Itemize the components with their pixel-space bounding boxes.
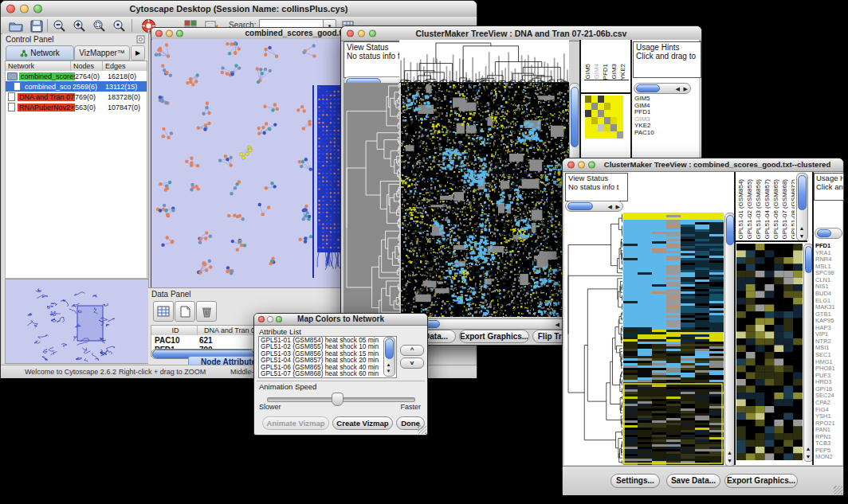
status-hint-zoom: Right-click + drag to ZOOM: [119, 368, 206, 376]
treeview2-titlebar[interactable]: ClusterMaker TreeView : combined_scores_…: [563, 158, 843, 172]
close-button[interactable]: [155, 30, 163, 37]
zoom-selected-icon: [92, 19, 107, 33]
open-session-button[interactable]: [6, 18, 25, 33]
close-button[interactable]: [258, 316, 265, 322]
new-attribute-button[interactable]: [175, 301, 195, 322]
attribute-list-scrollbar[interactable]: ▲ ▼: [383, 337, 395, 377]
zoom-button[interactable]: [176, 30, 183, 37]
export-graphics-button[interactable]: Export Graphics...: [459, 330, 529, 343]
close-button[interactable]: [567, 162, 575, 169]
arrow-down-icon[interactable]: ▼: [387, 369, 391, 373]
dialog-titlebar[interactable]: Map Colors to Network: [254, 314, 427, 326]
zoom-button[interactable]: [369, 30, 376, 37]
close-button[interactable]: [6, 5, 15, 14]
main-heatmap[interactable]: [401, 83, 569, 317]
tab-overflow-button[interactable]: ▶: [131, 45, 145, 61]
create-vizmap-button[interactable]: Create Vizmap: [332, 416, 393, 430]
attribute-item[interactable]: GPL51-07 (GSM868) heat shock 60 min: [259, 370, 396, 377]
main-titlebar[interactable]: Cytoscape Desktop (Session Name: collins…: [1, 1, 477, 18]
arrow-up-icon[interactable]: ▲: [799, 225, 805, 231]
array-label: GPL51-01 (GSM854): [737, 179, 744, 240]
scrollbar-thumb[interactable]: [726, 215, 734, 245]
scrollbar-thumb[interactable]: [817, 229, 831, 237]
arrow-down-icon[interactable]: ▼: [799, 233, 805, 239]
usage-scrollbar[interactable]: [815, 228, 842, 239]
resize-grip[interactable]: [418, 425, 426, 434]
move-up-button[interactable]: ^: [400, 345, 424, 356]
network-tab-icon: [20, 49, 28, 57]
top-dendrogram[interactable]: [399, 40, 569, 83]
network-overview-panel[interactable]: [5, 279, 149, 364]
treeview1-title: ClusterMaker TreeView : DNA and Tran 07-…: [341, 26, 701, 41]
zoom-heatmap[interactable]: [736, 244, 803, 460]
scrollbar-thumb[interactable]: [567, 202, 593, 210]
arrow-down-icon[interactable]: ▼: [806, 454, 811, 459]
zoom-in-button[interactable]: [70, 18, 88, 33]
zoom-out-button[interactable]: [50, 18, 69, 33]
matrix-row-labels: GIM5GIM4PFD1GIM3YKE2PAC10: [634, 96, 654, 137]
network-overview-canvas[interactable]: [6, 279, 147, 361]
delete-attribute-button[interactable]: [196, 301, 217, 322]
arrow-down-icon[interactable]: ▼: [727, 458, 732, 463]
column-nodes[interactable]: Nodes: [71, 61, 103, 71]
settings-button[interactable]: Settings...: [610, 474, 660, 488]
arrow-left-icon[interactable]: ◀: [676, 86, 680, 92]
minimize-button[interactable]: [20, 5, 29, 14]
zoom-button[interactable]: [588, 162, 595, 169]
scrollbar-thumb[interactable]: [571, 87, 579, 147]
arrow-left-icon[interactable]: ◀: [556, 322, 559, 327]
save-data-button[interactable]: Save Data...: [666, 474, 720, 488]
minimize-button[interactable]: [358, 30, 365, 37]
scrollbar-thumb[interactable]: [805, 246, 812, 273]
minimize-button[interactable]: [166, 30, 173, 37]
save-session-button[interactable]: [27, 18, 45, 33]
network-row[interactable]: RNAPuberNov2+I 563(0) 107847(0): [6, 102, 147, 112]
view-status-scrollbar[interactable]: ◀ ▶: [565, 201, 623, 212]
resize-grip[interactable]: [834, 486, 842, 494]
usage-scrollbar[interactable]: ◀ ▶: [634, 83, 691, 94]
scrollbar-thumb[interactable]: [636, 84, 660, 92]
arrow-up-icon[interactable]: ▲: [806, 446, 811, 451]
export-graphics-button[interactable]: Export Graphics...: [724, 474, 798, 488]
network-row[interactable]: combined_sco 2569(6) 13112(15): [6, 81, 147, 92]
float-panel-icon[interactable]: [136, 35, 145, 44]
network-row[interactable]: DNA and Tran 07 769(0) 183728(0): [6, 92, 147, 102]
zoom-selected-button[interactable]: [90, 18, 108, 33]
column-network[interactable]: Network: [6, 61, 71, 71]
arrow-right-icon[interactable]: ▶: [616, 204, 620, 209]
network-edges: 107847(0): [108, 104, 140, 111]
tab-vizmapper[interactable]: VizMapper™: [74, 45, 130, 61]
network-row[interactable]: combined_scores 2764(0) 16218(0): [6, 71, 147, 81]
zoom-fit-icon: [112, 19, 127, 33]
left-dendrogram[interactable]: [565, 213, 622, 465]
column-edges[interactable]: Edges: [103, 61, 147, 71]
main-heatmap[interactable]: [623, 213, 724, 465]
scrollbar-thumb[interactable]: [385, 338, 394, 359]
array-labels-scrollbar[interactable]: ▲ ▼: [796, 173, 808, 241]
select-attributes-button[interactable]: [153, 301, 174, 322]
arrow-right-icon[interactable]: ▶: [684, 86, 688, 92]
zoom-fit-button[interactable]: [110, 18, 128, 33]
move-down-button[interactable]: v: [400, 357, 424, 369]
array-label: GPL51-08 (GSM872): [790, 179, 795, 240]
close-button[interactable]: [347, 30, 354, 37]
arrow-up-icon[interactable]: ▲: [387, 362, 391, 367]
main-window-title: Cytoscape Desktop (Session Name: collins…: [1, 1, 477, 17]
cell-id: PAC10: [151, 336, 199, 345]
arrow-up-icon[interactable]: ▲: [727, 450, 732, 455]
animate-vizmap-button[interactable]: Animate Vizmap: [262, 416, 329, 430]
arrow-left-icon[interactable]: ◀: [608, 204, 612, 209]
tab-network[interactable]: Network: [6, 45, 74, 61]
zoom-button[interactable]: [33, 5, 42, 14]
slider-thumb[interactable]: [332, 393, 344, 406]
usage-hints-text: Click and drag to: [636, 52, 698, 61]
array-label: GPL51-03 (GSM856): [755, 179, 762, 240]
view-status-title: View Status: [568, 174, 625, 183]
network-table-header[interactable]: Network Nodes Edges: [5, 61, 147, 72]
zoom-button[interactable]: [276, 316, 282, 322]
scrollbar-thumb[interactable]: [798, 175, 807, 210]
global-heatmap-thumbnail[interactable]: [585, 96, 623, 139]
minimize-button[interactable]: [267, 316, 273, 322]
minimize-button[interactable]: [578, 162, 585, 169]
left-dendrogram[interactable]: [344, 83, 399, 317]
